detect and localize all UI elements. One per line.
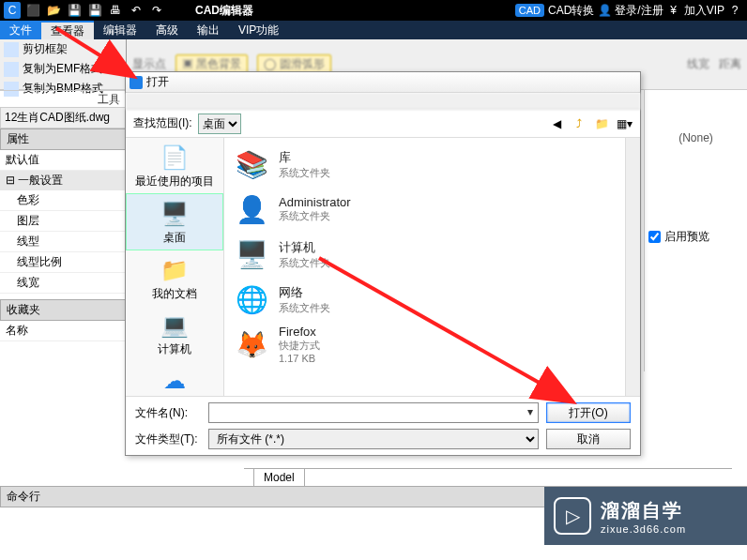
clip-frame-button[interactable]: 剪切框架 xyxy=(0,39,126,59)
yen-icon: ¥ xyxy=(665,2,682,19)
views-icon[interactable]: ▦▾ xyxy=(616,115,633,132)
menu-bar: 文件 查看器 编辑器 高级 输出 VIP功能 xyxy=(0,21,747,39)
network-icon: 🌐 xyxy=(232,280,271,319)
enable-preview-checkbox[interactable]: 启用预览 xyxy=(648,229,743,245)
place-recent[interactable]: 📄最近使用的项目 xyxy=(126,138,223,193)
dialog-body: 📄最近使用的项目 🖥️桌面 📁我的文档 💻计算机 ☁WPS云文档 📚 库系统文件… xyxy=(126,138,640,397)
menu-file[interactable]: 文件 xyxy=(0,21,41,39)
model-tab[interactable]: Model xyxy=(253,469,305,487)
cad-convert-button[interactable]: CAD转换 xyxy=(548,3,594,19)
dialog-title-bar: 打开 xyxy=(126,72,640,93)
newfolder-icon[interactable]: 📁 xyxy=(593,115,610,132)
watermark-url: zixue.3d66.com xyxy=(601,523,686,535)
menu-editor[interactable]: 编辑器 xyxy=(94,21,146,39)
preview-none: (None) xyxy=(648,131,743,144)
cad-badge: CAD xyxy=(515,4,544,17)
watermark-text: 溜溜自学 xyxy=(601,498,686,523)
file-list[interactable]: 📚 库系统文件夹 👤 Administrator系统文件夹 🖥️ 计算机系统文件… xyxy=(224,138,625,396)
open-dialog: 打开 查找范围(I): 桌面 ◀ ⤴ 📁 ▦▾ 📄最近使用的项目 🖥️桌面 📁我… xyxy=(125,71,641,456)
place-desktop[interactable]: 🖥️桌面 xyxy=(126,193,223,250)
filename-input[interactable] xyxy=(208,402,539,423)
login-button[interactable]: 登录/注册 xyxy=(615,3,663,19)
user-icon[interactable]: 👤 xyxy=(596,2,613,19)
redo-icon[interactable]: ↷ xyxy=(148,2,165,19)
place-wpscloud[interactable]: ☁WPS云文档 xyxy=(126,361,223,396)
filetype-label: 文件类型(T): xyxy=(135,431,201,447)
list-item[interactable]: 📚 库系统文件夹 xyxy=(228,142,621,187)
enable-preview-input[interactable] xyxy=(648,231,661,243)
back-icon[interactable]: ◀ xyxy=(548,115,565,132)
left-toolbar: 剪切框架 复制为EMF格式 复制为BMP格式 xyxy=(0,39,127,89)
look-in-dropdown[interactable]: 桌面 xyxy=(198,114,241,134)
saveas-icon[interactable]: 💾 xyxy=(86,2,103,19)
filename-label: 文件名(N): xyxy=(135,405,201,421)
folder-icon: 📚 xyxy=(232,144,271,184)
watermark: ▷ 溜溜自学 zixue.3d66.com xyxy=(544,487,747,545)
showpoints-label[interactable]: 显示点 xyxy=(132,56,166,72)
linewidth-label[interactable]: 线宽 xyxy=(687,56,709,72)
new-icon[interactable]: ⬛ xyxy=(24,2,41,19)
dialog-places: 📄最近使用的项目 🖥️桌面 📁我的文档 💻计算机 ☁WPS云文档 xyxy=(126,138,224,396)
menu-viewer[interactable]: 查看器 xyxy=(41,21,94,39)
dialog-title: 打开 xyxy=(146,74,169,90)
preview-panel: (None) 启用预览 xyxy=(644,90,747,371)
vip-button[interactable]: 加入VIP xyxy=(684,3,724,19)
filename-dropdown-icon[interactable]: ▾ xyxy=(527,405,533,418)
list-item[interactable]: 🦊 Firefox快捷方式1.17 KB xyxy=(228,322,621,367)
look-in-label: 查找范围(I): xyxy=(133,115,192,131)
list-item[interactable]: 👤 Administrator系统文件夹 xyxy=(228,187,621,232)
undo-icon[interactable]: ↶ xyxy=(128,2,145,19)
place-computer[interactable]: 💻计算机 xyxy=(126,306,223,361)
dialog-path-row: 查找范围(I): 桌面 ◀ ⤴ 📁 ▦▾ xyxy=(126,110,640,138)
firefox-icon: 🦊 xyxy=(232,325,271,364)
dialog-toolbar-blur xyxy=(126,93,640,110)
dialog-bottom: 文件名(N): ▾ 打开(O) 文件类型(T): 所有文件 (*.*) 取消 xyxy=(126,397,640,455)
model-tab-bar: Model xyxy=(244,468,732,487)
watermark-logo-icon: ▷ xyxy=(554,497,591,535)
help-icon[interactable]: ? xyxy=(726,2,743,19)
print-icon[interactable]: 🖶 xyxy=(107,2,124,19)
title-bar: C ⬛ 📂 💾 💾 🖶 ↶ ↷ CAD编辑器 CAD CAD转换 👤 登录/注册… xyxy=(0,0,747,21)
menu-output[interactable]: 输出 xyxy=(188,21,229,39)
app-title: CAD编辑器 xyxy=(195,3,253,19)
cancel-button[interactable]: 取消 xyxy=(546,429,631,449)
list-item[interactable]: 🌐 网络系统文件夹 xyxy=(228,277,621,322)
file-list-scrollbar[interactable] xyxy=(625,138,640,396)
app-icon: C xyxy=(4,2,21,19)
save-icon[interactable]: 💾 xyxy=(66,2,83,19)
open-icon[interactable]: 📂 xyxy=(45,2,62,19)
dialog-app-icon xyxy=(130,76,143,89)
menu-advanced[interactable]: 高级 xyxy=(146,21,188,39)
distance-label[interactable]: 距离 xyxy=(719,56,741,72)
list-item[interactable]: 🖥️ 计算机系统文件夹 xyxy=(228,232,621,277)
filetype-dropdown[interactable]: 所有文件 (*.*) xyxy=(208,429,539,449)
open-button[interactable]: 打开(O) xyxy=(546,402,631,423)
pc-icon: 🖥️ xyxy=(232,235,271,274)
user-icon: 👤 xyxy=(232,189,271,229)
copy-emf-button[interactable]: 复制为EMF格式 xyxy=(0,59,126,79)
place-documents[interactable]: 📁我的文档 xyxy=(126,250,223,306)
up-icon[interactable]: ⤴ xyxy=(571,115,587,132)
menu-vip[interactable]: VIP功能 xyxy=(229,21,288,39)
